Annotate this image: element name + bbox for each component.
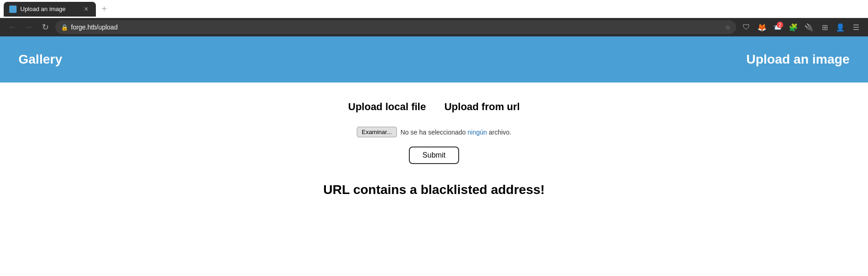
address-bar[interactable] bbox=[71, 23, 722, 31]
file-browse-button[interactable]: Examinar... bbox=[357, 127, 397, 137]
upload-tabs: Upload local file Upload from url bbox=[348, 101, 520, 113]
notification-badge: 2 bbox=[777, 22, 783, 28]
new-tab-button[interactable]: + bbox=[98, 3, 111, 16]
avatar-icon[interactable]: 👤 bbox=[834, 21, 847, 34]
firefox-icon[interactable]: 🦊 bbox=[756, 21, 768, 34]
main-content: Upload local file Upload from url Examin… bbox=[0, 82, 868, 216]
extension-icon[interactable]: 🔌 bbox=[803, 21, 815, 34]
security-icon: 🔒 bbox=[61, 24, 68, 31]
app-header: Gallery Upload an image bbox=[0, 36, 868, 82]
upload-link[interactable]: Upload an image bbox=[746, 52, 850, 67]
back-button[interactable]: ← bbox=[6, 21, 18, 34]
no-file-highlight: ningún bbox=[467, 129, 487, 136]
gallery-link[interactable]: Gallery bbox=[18, 52, 62, 67]
address-bar-container[interactable]: 🔒 ☆ bbox=[55, 20, 736, 34]
reload-button[interactable]: ↻ bbox=[39, 21, 52, 34]
menu-icon[interactable]: ☰ bbox=[850, 21, 862, 34]
tab-favicon bbox=[9, 6, 17, 13]
no-file-label: No se ha seleccionado ningún archivo. bbox=[401, 129, 512, 136]
nav-bar: ← → ↻ 🔒 ☆ 🛡 🦊 📨 2 🧩 🔌 ⊞ 👤 ☰ bbox=[0, 18, 868, 36]
bookmark-icon[interactable]: ☆ bbox=[725, 24, 731, 31]
tab-close-button[interactable]: × bbox=[82, 5, 90, 13]
browser-chrome: Upload an image × + ← → ↻ 🔒 ☆ 🛡 🦊 📨 2 🧩 … bbox=[0, 0, 868, 36]
shield-icon[interactable]: 🛡 bbox=[740, 21, 753, 34]
tab-bar: Upload an image × + bbox=[0, 0, 868, 18]
error-message: URL contains a blacklisted address! bbox=[323, 182, 544, 197]
forward-button[interactable]: → bbox=[22, 21, 35, 34]
notification-icon[interactable]: 📨 2 bbox=[771, 21, 784, 34]
upload-url-tab[interactable]: Upload from url bbox=[444, 101, 520, 113]
file-upload-row: Examinar... No se ha seleccionado ningún… bbox=[357, 127, 512, 137]
nav-icons-right: 🛡 🦊 📨 2 🧩 🔌 ⊞ 👤 ☰ bbox=[740, 21, 862, 34]
submit-button[interactable]: Submit bbox=[409, 147, 460, 164]
active-tab[interactable]: Upload an image × bbox=[4, 2, 96, 17]
upload-local-tab[interactable]: Upload local file bbox=[348, 101, 426, 113]
grid-icon[interactable]: ⊞ bbox=[818, 21, 831, 34]
puzzle-icon[interactable]: 🧩 bbox=[787, 21, 800, 34]
tab-title: Upload an image bbox=[20, 6, 78, 12]
